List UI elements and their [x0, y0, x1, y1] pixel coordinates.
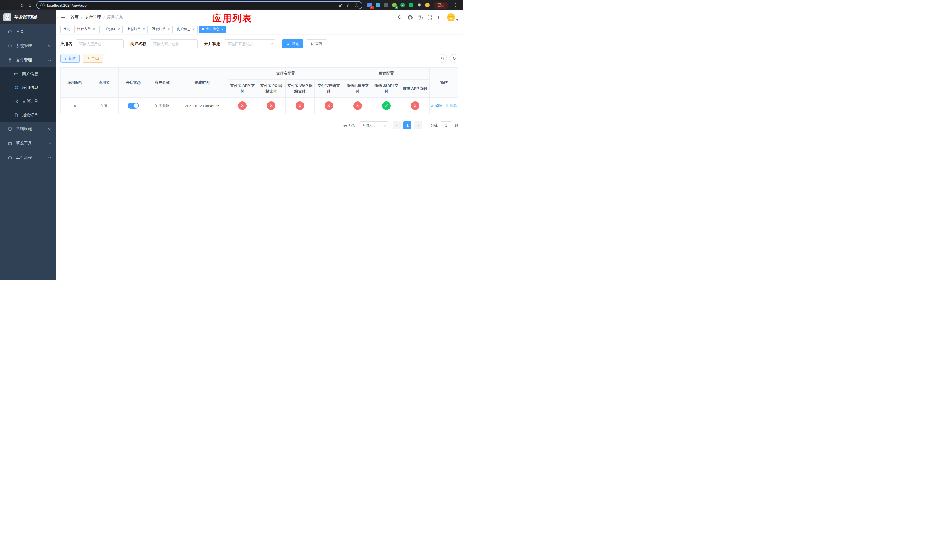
extensions-puzzle-icon[interactable]	[416, 3, 422, 8]
bookmark-star-icon[interactable]: ☆	[354, 3, 359, 8]
close-icon[interactable]: ×	[118, 27, 120, 31]
address-bar[interactable]: i localhost:1024/pay/app ☆	[36, 1, 363, 9]
search-icon[interactable]	[398, 15, 402, 20]
close-icon[interactable]: ×	[221, 27, 224, 31]
extension-icon-2[interactable]	[375, 3, 380, 8]
github-icon[interactable]	[407, 15, 413, 20]
refresh-table-button[interactable]: ↻	[450, 54, 458, 63]
sidebar-item-dev-tools[interactable]: 研发工具	[0, 136, 56, 150]
extension-icon-3[interactable]	[384, 3, 389, 8]
col-header-wx-jsapi: 微信 JSAPI 支付	[372, 80, 401, 98]
table-row: 6 芋道 芋道源码 2021-10-23 08:49:25 × × × × ×	[61, 98, 458, 114]
prev-page-button[interactable]: ‹	[393, 121, 401, 129]
browser-forward-icon[interactable]: →	[10, 2, 18, 9]
tab-home[interactable]: 首页	[61, 26, 73, 33]
extension-icon-5[interactable]: ✓	[400, 3, 405, 8]
sidebar-item-infrastructure[interactable]: 基础设施	[0, 122, 56, 136]
tab-merchant-info[interactable]: 商户信息 ×	[174, 26, 198, 33]
fullscreen-icon[interactable]	[427, 15, 432, 20]
col-group-alipay: 支付宝配置	[228, 68, 343, 80]
goto-page-input[interactable]	[440, 121, 452, 129]
breadcrumb-item[interactable]: 支付管理	[85, 15, 101, 20]
breadcrumb-item[interactable]: 首页	[71, 15, 79, 20]
app-name-input[interactable]	[76, 39, 124, 48]
extension-icon-1[interactable]: 10	[367, 3, 372, 8]
toggle-search-button[interactable]	[439, 54, 447, 63]
url-text[interactable]: localhost:1024/pay/app	[47, 3, 336, 8]
delete-button-label: 删除	[449, 103, 457, 108]
status-select[interactable]	[224, 39, 275, 48]
sidebar-item-system[interactable]: ⚙ 系统管理	[0, 39, 56, 53]
browser-profile-avatar[interactable]	[425, 3, 430, 8]
tab-label: 首页	[63, 27, 70, 32]
sidebar-item-label: 支付订单	[22, 99, 38, 104]
sidebar-item-merchant-info[interactable]: 商户信息	[0, 67, 56, 81]
sidebar-item-home[interactable]: 首页	[0, 24, 56, 39]
pencil-icon	[431, 104, 434, 107]
tab-label: 支付订单	[127, 27, 141, 32]
reset-button-label: 重置	[315, 41, 322, 47]
logo-row[interactable]: 芋道管理系统	[0, 10, 56, 24]
reset-button[interactable]: ↻ 重置	[306, 39, 327, 48]
tab-app-info[interactable]: 应用信息 ×	[199, 26, 226, 33]
sidebar-item-label: 研发工具	[16, 141, 32, 146]
browser-home-icon[interactable]: ⌂	[26, 2, 33, 9]
user-avatar[interactable]	[447, 13, 458, 22]
next-page-button[interactable]: ›	[414, 121, 422, 129]
tab-user-group[interactable]: 用户分组 ×	[99, 26, 123, 33]
breadcrumb-item-current: 应用信息	[107, 15, 123, 20]
extension-icon-4[interactable]: 1	[392, 3, 397, 8]
sidebar-item-pay-order[interactable]: 支付订单	[0, 95, 56, 108]
sidebar-item-payment[interactable]: ¥ 支付管理	[0, 53, 56, 67]
browser-menu-icon[interactable]: ⋮	[452, 3, 459, 8]
status-select-input[interactable]	[224, 39, 275, 48]
credit-card-icon	[14, 72, 19, 76]
search-button[interactable]: 搜索	[282, 39, 303, 48]
plus-icon: +	[64, 56, 67, 61]
close-icon[interactable]: ×	[168, 27, 170, 31]
font-size-icon[interactable]: TT	[437, 15, 442, 20]
current-page-button[interactable]: 1	[404, 121, 412, 129]
cell-wx-lite: ×	[343, 98, 372, 114]
col-header-app-name: 应用名	[89, 68, 119, 98]
close-icon[interactable]: ×	[93, 27, 95, 31]
close-icon[interactable]: ×	[143, 27, 145, 31]
update-button[interactable]: 更新	[434, 2, 448, 9]
cell-wx-jsapi: ✓	[372, 98, 401, 114]
filter-bar: 应用名 商户名称 开启状态 搜索 ↻ 重置	[61, 39, 458, 48]
status-toggle[interactable]	[127, 103, 139, 109]
edit-button[interactable]: 修改	[431, 103, 442, 108]
merchant-name-label: 商户名称	[130, 41, 146, 47]
password-key-icon[interactable]	[339, 3, 343, 8]
add-button[interactable]: + 新增	[61, 54, 80, 63]
sidebar-item-refund-order[interactable]: 退款订单	[0, 108, 56, 122]
refresh-icon: ↻	[310, 42, 314, 46]
site-info-icon[interactable]: i	[41, 3, 45, 8]
tab-pay-order[interactable]: 支付订单 ×	[124, 26, 148, 33]
merchant-name-input[interactable]	[150, 39, 198, 48]
search-icon	[441, 56, 445, 61]
browser-back-icon[interactable]: ←	[2, 2, 10, 9]
tab-process-form[interactable]: 流程表单 ×	[74, 26, 98, 33]
omnibox-actions: ☆	[339, 3, 359, 8]
chevron-down-icon	[48, 141, 51, 144]
help-icon[interactable]: ?	[418, 15, 422, 20]
add-button-label: 新增	[68, 56, 76, 61]
search-icon	[286, 42, 290, 46]
tab-refund-order[interactable]: 退款订单 ×	[149, 26, 173, 33]
sidebar-item-app-info[interactable]: 应用信息	[0, 81, 56, 95]
sidebar-item-workflow[interactable]: 工作流程	[0, 150, 56, 165]
close-icon[interactable]: ×	[192, 27, 195, 31]
pagination: 共 1 条 10条/页 ‹ 1 › 前往 页	[61, 121, 458, 129]
extension-icon-6[interactable]	[409, 3, 413, 8]
col-header-alipay-qr: 支付宝扫码支付	[314, 80, 343, 98]
delete-button[interactable]: 删除	[445, 103, 457, 108]
app-name-label: 应用名	[61, 41, 72, 47]
share-icon[interactable]	[346, 3, 351, 8]
page-content: 应用名 商户名称 开启状态 搜索 ↻ 重置	[56, 34, 463, 280]
page-size-select[interactable]: 10条/页	[360, 121, 388, 129]
hamburger-icon[interactable]	[61, 15, 66, 20]
browser-refresh-icon[interactable]: ↻	[18, 2, 26, 9]
export-button[interactable]: 导出	[83, 54, 103, 63]
col-header-wx-app: 微信 APP 支付	[401, 80, 430, 98]
